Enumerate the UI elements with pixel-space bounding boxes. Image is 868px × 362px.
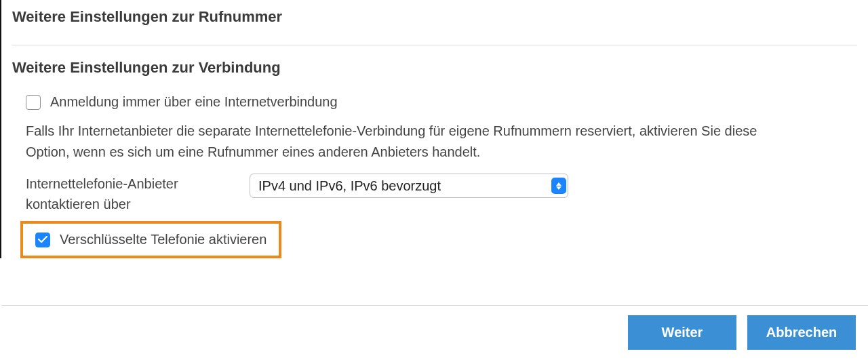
encrypted-telephony-checkbox[interactable] [35, 233, 50, 247]
cancel-button[interactable]: Abbrechen [747, 315, 856, 350]
dialog-footer: Weiter Abbrechen [1, 305, 868, 362]
encrypted-telephony-label: Verschlüsselte Telefonie aktivieren [60, 232, 267, 247]
login-via-internet-label: Anmeldung immer über eine Internetverbin… [50, 94, 338, 110]
login-via-internet-checkbox[interactable] [26, 95, 41, 110]
continue-button[interactable]: Weiter [628, 315, 736, 350]
contact-via-select[interactable]: IPv4 und IPv6, IPv6 bevorzugt [250, 174, 568, 198]
section-title-rufnummer: Weitere Einstellungen zur Rufnummer [12, 0, 857, 34]
contact-via-selected-value: IPv4 und IPv6, IPv6 bevorzugt [258, 178, 441, 194]
section-divider [12, 45, 857, 45]
contact-via-label: Internettelefonie-Anbieter kontaktieren … [26, 174, 229, 214]
login-via-internet-description: Falls Ihr Internetanbieter die separate … [12, 117, 812, 168]
section-title-verbindung: Weitere Einstellungen zur Verbindung [12, 51, 857, 85]
encrypted-telephony-highlight: Verschlüsselte Telefonie aktivieren [20, 221, 281, 258]
